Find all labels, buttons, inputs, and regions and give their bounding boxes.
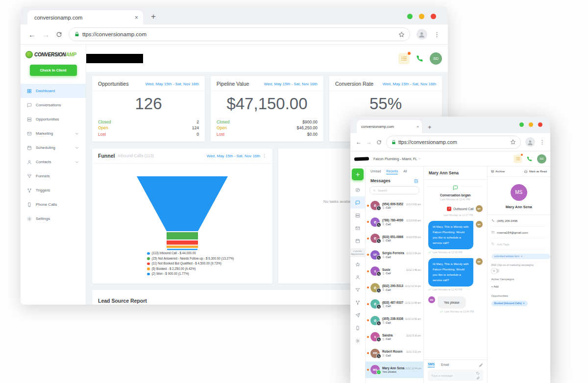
search-input[interactable]: Search (369, 186, 419, 194)
back-button[interactable]: ← (28, 31, 36, 38)
chat-messages[interactable]: Conversation began Last Monday at 12:41 … (424, 180, 487, 359)
url-bar[interactable]: ttps://conversionamp.com (386, 136, 521, 149)
url-bar[interactable]: ttps://conversionamp.com (69, 27, 410, 41)
sidebar-item-triggers[interactable]: Triggers (21, 183, 86, 197)
list-item[interactable]: SF Sergio Ferreira11/12 2:54 pm Call (366, 247, 423, 263)
sidebar-item-conversations[interactable]: Conversations (21, 98, 86, 112)
list-item[interactable]: S Susie11/12 1:46 pm Call (366, 263, 423, 280)
browser-tab[interactable]: conversionamp.com × (357, 120, 422, 133)
date-range-link[interactable]: Wed, May 15th - Sat, Nov 16th (264, 82, 318, 86)
rail-item-settings[interactable] (350, 335, 365, 347)
sidebar-item-contacts[interactable]: Contacts (21, 155, 86, 169)
traffic-light-red[interactable] (431, 14, 436, 19)
forward-button[interactable]: → (366, 139, 372, 145)
tab-all[interactable]: All (403, 169, 407, 174)
tag-chip[interactable]: submitted website form × (491, 254, 551, 259)
date-range-link[interactable]: Wed, May 15th - Sat, Nov 16th (383, 82, 436, 86)
back-button[interactable]: ← (356, 139, 362, 145)
funnel-subtitle: Inbound Calls (113) (118, 153, 154, 158)
tab-close-icon[interactable]: × (135, 14, 138, 21)
message-input[interactable]: Type a message (428, 370, 483, 381)
list-item[interactable]: S Sandra11/11 5:16 pm Call (366, 329, 423, 345)
sidebar-item-scheduling[interactable]: Scheduling (21, 141, 86, 155)
tasks-button[interactable] (514, 155, 522, 163)
attachment-icon[interactable] (476, 376, 480, 380)
contact-email-field[interactable]: msena154@gmail.com (491, 227, 547, 239)
sidebar-item-settings[interactable]: Settings (21, 212, 86, 226)
user-avatar[interactable]: SD (430, 52, 442, 65)
sidebar-item-funnels[interactable]: Funnels (21, 169, 86, 183)
list-item[interactable]: ✆ (832) 290-531311/12 12:14 pm Call (366, 280, 423, 296)
tag-icon[interactable] (476, 372, 480, 375)
traffic-light-yellow[interactable] (529, 122, 533, 127)
rail-item-contacts[interactable] (350, 271, 365, 283)
funnel-icon (355, 287, 360, 292)
sidebar-item-marketing[interactable]: Marketing (21, 126, 86, 141)
user-avatar[interactable]: SD (537, 154, 546, 164)
url-text: ttps://conversionamp.com (398, 139, 457, 145)
rail-item-marketing[interactable] (350, 222, 365, 234)
opportunity-chip[interactable]: Booked (Inbound Calls) × (491, 301, 528, 306)
kebab-menu-icon[interactable]: ⋮ (262, 153, 267, 158)
list-item[interactable]: ✆ (305) 238-933611/12 11:52 am Call (366, 312, 423, 329)
remove-tag-icon[interactable]: × (521, 255, 522, 258)
add-campaign-button[interactable]: + Add (491, 285, 499, 288)
list-item[interactable]: RR Robert Rosen11/11 3:22 pm Call (366, 345, 423, 362)
date-range-link[interactable]: Wed, May 15th - Sat, Nov 16th (207, 154, 260, 158)
bookmark-star-icon[interactable] (510, 139, 516, 145)
archive-button[interactable]: Archive (491, 170, 505, 173)
add-tags-field[interactable]: Add Tags (491, 239, 547, 250)
delivered-check-icon (440, 310, 443, 313)
new-tab-button[interactable]: + (151, 12, 156, 22)
tab-unread[interactable]: Unread (370, 169, 381, 174)
list-item[interactable]: ✆ (786) 780-409011/13 8:00 am Call (366, 214, 423, 231)
tab-email[interactable]: Email (441, 363, 449, 367)
list-item[interactable]: ✆ (833) 487-933711/12 11:58 am Call (366, 296, 423, 312)
rail-item-dashboard[interactable] (350, 184, 365, 196)
reload-button[interactable] (376, 140, 382, 145)
location-selector[interactable]: Falcon Plumbing - Miami, FL (373, 157, 421, 161)
rail-item-triggers[interactable] (350, 296, 365, 309)
rail-item-scheduling[interactable] (350, 235, 365, 247)
list-item[interactable]: ✆ (833) 651-086611/12 5:53 pm Call (366, 230, 423, 247)
date-range-link[interactable]: Wed, May 15th - Sat, Nov 16th (146, 82, 199, 86)
rail-item-funnels[interactable] (350, 284, 365, 296)
phone-icon[interactable] (526, 156, 533, 162)
check-in-client-button[interactable]: Check In Client (30, 65, 77, 76)
tab-sms[interactable]: SMS (428, 362, 435, 367)
sidebar-item-phone-calls[interactable]: Phone Calls (21, 197, 86, 212)
pencil-icon[interactable] (479, 363, 483, 367)
rail-item-reviews[interactable] (350, 258, 365, 270)
new-tab-button[interactable]: + (428, 123, 432, 131)
rail-item-campaigns[interactable] (350, 309, 365, 321)
tasks-button[interactable] (398, 53, 410, 64)
contact-phone-field[interactable]: (305) 206-0496 (491, 215, 547, 227)
traffic-light-green[interactable] (407, 14, 413, 19)
tab-close-icon[interactable]: × (416, 124, 419, 129)
browser-tab[interactable]: conversionamp.com × (27, 10, 143, 24)
list-item[interactable]: ✆ (954) 699-535211/13 9:02 am Call (366, 197, 423, 214)
sidebar-item-opportunities[interactable]: Opportunities (21, 112, 86, 126)
browser-profile-avatar[interactable] (525, 137, 535, 147)
rail-item-opportunities[interactable] (350, 209, 365, 221)
tab-recents[interactable]: Recents (386, 169, 398, 174)
mark-as-read-button[interactable]: Mark as Read (524, 170, 547, 173)
browser-profile-avatar[interactable] (416, 29, 427, 40)
list-item-selected[interactable]: MS Mary Ann Sena11/11 12:44 pm Yes pleas… (366, 361, 423, 378)
browser-menu-icon[interactable]: ⋮ (539, 139, 545, 145)
reload-button[interactable] (56, 31, 62, 38)
add-new-button[interactable]: + (352, 168, 364, 180)
rail-item-conversations[interactable] (350, 196, 365, 209)
rail-item-phone-calls[interactable] (350, 322, 365, 334)
phone-icon[interactable] (416, 54, 424, 63)
traffic-light-red[interactable] (538, 122, 542, 127)
bookmark-star-icon[interactable] (398, 31, 405, 38)
browser-menu-icon[interactable]: ⋮ (434, 31, 440, 38)
traffic-light-yellow[interactable] (419, 14, 424, 19)
traffic-light-green[interactable] (519, 122, 524, 127)
dnd-toggle[interactable] (491, 269, 499, 273)
sidebar-item-dashboard[interactable]: Dashboard (21, 84, 86, 98)
forward-button[interactable]: → (42, 31, 49, 38)
remove-opportunity-icon[interactable]: × (523, 302, 525, 305)
compose-icon[interactable] (414, 179, 418, 183)
